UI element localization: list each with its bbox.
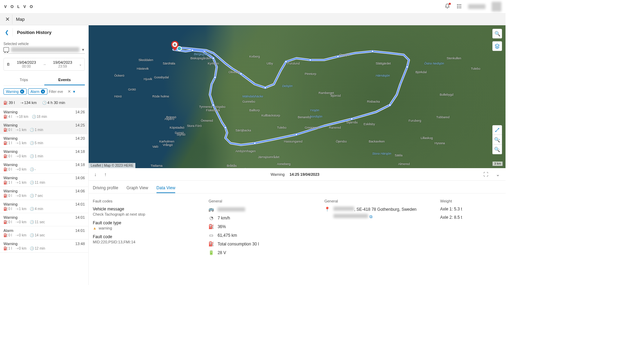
svg-point-28 [177,46,181,51]
close-button[interactable]: ✕ [3,15,12,24]
fuel-icon: ⛽ [3,115,8,119]
consumption-value: Total consumption 30 l [217,242,259,246]
copy-button[interactable]: ⧉ [369,214,373,219]
event-list-item[interactable]: Warning14:25⛽0 l⇢1 km🕓1 min [0,121,88,134]
detail-header: ↓ ↑ Warning 14:25 19/04/2023 ⛶ ⌄ [89,168,506,181]
fault-heading: Fault codes [93,199,195,203]
event-time: 14:20 [75,136,85,140]
svg-point-3 [457,6,458,7]
clock-icon: 🕓 [30,181,34,184]
clock-icon: 🕓 [30,128,34,132]
gauge-icon: ◔ [208,215,214,220]
svg-point-1 [459,4,460,5]
fuel-pct-value: 36% [217,224,226,229]
event-list-item[interactable]: Warning14:01⛽0 l⇢1 km🕓4 min [0,200,88,213]
svg-point-10 [191,49,194,51]
fuel-icon: ⛽ [3,128,8,132]
event-list-item[interactable]: Warning14:18⛽0 l⇢0 km🕓1 min [0,147,88,161]
event-type: Warning [3,136,18,140]
filter-clear-button[interactable]: ✕ [68,89,71,94]
svg-point-4 [459,6,460,7]
fuel-icon: ⛽ [208,224,214,229]
event-list-item[interactable]: Warning14:06⛽0 l⇢0 km🕓7 sec [0,187,88,200]
clock-icon: 🕓 [30,141,34,145]
notification-dot-icon [449,3,451,5]
clock-icon: 🕓 [42,101,46,105]
filter-chip-warning[interactable]: Warning✕ [3,88,27,95]
arrow-right-icon: → [43,62,46,66]
summary-row: ⛽39 l ⇢134 km 🕓4 h 30 min [0,98,88,108]
event-type: Warning [3,215,18,219]
filter-input[interactable] [49,90,66,94]
clock-icon: 🕓 [30,246,34,250]
clock-icon: 🕓 [30,154,34,158]
distance-icon: ⇢ [16,233,18,237]
event-list-item[interactable]: Warning14:06⛽1 l⇢1 km🕓11 min [0,174,88,187]
brand-logo: V O L V O [4,5,34,9]
event-list[interactable]: Warning14:26⛽4 l⇢18 km🕓18 minWarning14:2… [0,108,88,285]
event-type: Warning [3,123,18,127]
event-list-item[interactable]: Warning13:48⛽1 l⇢0 km🕓12 min [0,240,88,253]
map-route-button[interactable] [492,125,502,135]
tab-trips[interactable]: Trips [3,75,44,85]
filter-chip-alarm[interactable]: Alarm✕ [28,88,47,95]
chip-remove-icon[interactable]: ✕ [20,89,24,94]
back-button[interactable]: ❮ [3,28,13,36]
vehicle-name-redacted [11,47,79,52]
collapse-button[interactable]: ⌄ [494,170,501,179]
event-time: 14:26 [75,110,85,114]
date-range-picker[interactable]: 🗓 19/04/2023 00:00 → 19/04/2023 23:59 ⌄ [3,58,85,71]
distance-icon: ⇢ [16,220,18,224]
event-list-item[interactable]: Warning14:01⛽0 l⇢0 km🕓11 sec [0,213,88,226]
svg-point-21 [337,55,339,58]
fullscreen-button[interactable]: ⛶ [482,170,490,179]
odometer-icon: ▭ [208,233,214,238]
event-type: Warning [3,189,18,193]
event-list-item[interactable]: Warning14:20⛽1 l⇢1 km🕓5 min [0,134,88,147]
distance-icon: ⇢ [16,181,18,184]
tab-events[interactable]: Events [44,75,85,85]
svg-point-8 [460,7,461,8]
next-event-button[interactable]: ↑ [103,170,108,179]
chip-remove-icon[interactable]: ✕ [41,89,45,94]
map-view[interactable]: ÖckeröHästevikSkeddalenSäröhälaBiskopsgå… [89,25,506,168]
vehicle-label: Selected vehicle [3,42,85,46]
voltage-value: 28 V [217,250,226,255]
event-list-item[interactable]: Alarm14:01⛽0 l⇢0 km🕓14 sec [0,226,88,240]
map-marker-current[interactable] [177,46,182,51]
tab-graph-view[interactable]: Graph View [126,183,148,193]
date-to-time: 23:59 [48,64,77,68]
event-time: 14:25 [75,123,85,127]
date-to: 19/04/2023 [48,60,77,64]
svg-point-2 [460,4,461,5]
date-from: 19/04/2023 [12,60,41,64]
tab-driving-profile[interactable]: Driving profile [93,183,118,193]
event-time: 14:01 [75,202,85,206]
fault-code-label: Fault code [93,234,195,239]
user-avatar[interactable] [492,2,501,11]
detail-event-type: Warning [271,172,285,176]
event-list-item[interactable]: Warning14:18⛽0 l⇢0 km🕓- [0,161,88,174]
clock-icon: 🕓 [30,167,34,171]
warning-triangle-icon: ▲ [93,226,97,230]
map-zoom-out-button[interactable]: 🔍− [492,145,502,154]
vehicle-selector[interactable]: ▼ [3,46,85,54]
apps-grid-button[interactable] [456,3,462,10]
speed-value: 7 km/h [217,216,230,220]
sidebar: ❮ Position History Selected vehicle ▼ 🗓 … [0,25,89,285]
prev-event-button[interactable]: ↓ [93,170,98,179]
event-time: 14:18 [75,149,85,154]
date-from-time: 00:00 [12,64,41,68]
general2-column: General 📍 , SE-418 78 Gothenburg, Sweden… [324,199,426,259]
notifications-button[interactable] [445,3,450,10]
event-list-item[interactable]: Warning14:26⛽4 l⇢18 km🕓18 min [0,108,88,121]
chevron-down-icon[interactable]: ▼ [72,90,76,94]
general2-heading: General [324,199,426,203]
map-search-button[interactable]: 🔍 [492,29,502,38]
event-time: 14:06 [75,189,85,193]
map-zoom-in-button[interactable]: 🔍+ [492,135,502,145]
fuel-icon: ⛽ [3,220,8,224]
battery-icon: 🔋 [208,250,214,255]
map-layers-button[interactable] [492,41,502,51]
tab-data-view[interactable]: Data View [156,183,175,193]
